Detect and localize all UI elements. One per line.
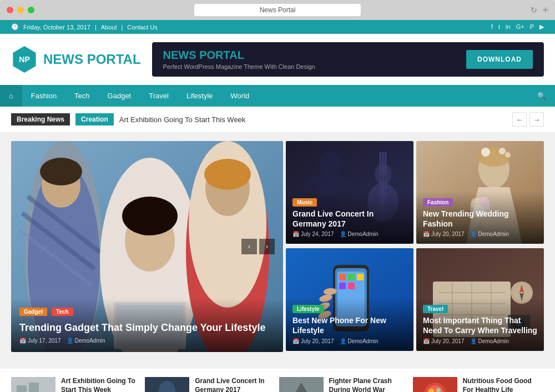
list-item-title: Art Exhibition Going To Start This Week [61, 377, 142, 392]
svg-rect-44 [348, 274, 355, 280]
fashion-card-meta: 📅 July 20, 2017 👤 DemoAdmin [423, 231, 537, 237]
lifestyle-card-tag: Lifestyle [292, 305, 324, 313]
breaking-prev-button[interactable]: ← [512, 112, 527, 127]
travel-card-author: 👤 DemoAdmin [470, 338, 509, 344]
fashion-card-author: 👤 DemoAdmin [470, 231, 509, 237]
pinterest-icon[interactable]: P [530, 23, 534, 31]
top-bar: 🕐 Friday, October 13, 2017 | About | Con… [0, 20, 555, 34]
svg-point-25 [319, 151, 341, 175]
main-nav: ⌂ Fashion Tech Gadget Travel Lifestyle W… [0, 85, 555, 107]
list-info: Art Exhibition Going To Start This Week … [61, 377, 142, 392]
about-link[interactable]: About [101, 24, 117, 31]
travel-card-title: Most Important Thing That Need To Carry … [423, 315, 537, 335]
list-thumb-art [11, 377, 56, 392]
breaking-news-tag: Creation [75, 113, 114, 125]
facebook-icon[interactable]: f [491, 23, 493, 31]
date-text: Friday, October 13, 2017 [23, 24, 90, 31]
main-card-tag-gadget: Gadget [19, 308, 47, 316]
list-info: Grand Live Concert In Germany 2017 📅 Jul… [195, 377, 276, 392]
clock-icon: 🕐 [11, 23, 19, 31]
lifestyle-card-overlay: Lifestyle Best New Phone For New Lifesty… [286, 298, 413, 350]
svg-rect-69 [17, 385, 27, 392]
music-card-author: 👤 DemoAdmin [340, 231, 379, 237]
main-content: Gadget Tech Trending Gadget That Simply … [0, 133, 555, 369]
logo-hex: NP [11, 46, 38, 73]
fashion-card[interactable]: Fashion New Trending Wedding Fashion 📅 J… [416, 141, 544, 244]
svg-point-33 [499, 148, 506, 154]
fashion-card-overlay: Fashion New Trending Wedding Fashion 📅 J… [416, 191, 544, 244]
featured-main-card[interactable]: Gadget Tech Trending Gadget That Simply … [11, 141, 283, 352]
svg-point-7 [40, 158, 82, 185]
list-thumb-concert [145, 377, 189, 392]
lifestyle-card-author: 👤 DemoAdmin [340, 338, 379, 344]
travel-card-date: 📅 July 20, 2017 [423, 338, 465, 344]
travel-card-tag: Travel [423, 305, 448, 313]
contact-link[interactable]: Contact Us [127, 24, 157, 31]
svg-point-34 [505, 152, 511, 158]
music-card-tag: Music [292, 198, 317, 207]
nav-item-fashion[interactable]: Fashion [22, 85, 65, 107]
youtube-icon[interactable]: ▶ [539, 23, 544, 31]
main-card-tag-tech: Tech [52, 308, 73, 316]
svg-rect-70 [29, 383, 39, 392]
search-button[interactable]: 🔍 [528, 85, 555, 107]
svg-rect-45 [357, 274, 364, 280]
address-bar[interactable]: News Portal [194, 4, 361, 16]
logo-text: NEWS PORTAL [43, 52, 141, 67]
linkedin-icon[interactable]: in [506, 23, 511, 31]
nav-item-tech[interactable]: Tech [65, 85, 98, 107]
breaking-news-text: Art Exhibition Going To Start This Week [119, 115, 507, 124]
slider-prev-button[interactable]: ‹ [241, 239, 257, 254]
main-card-title: Trending Gadget That Simply Change Your … [19, 321, 275, 334]
svg-point-16 [204, 159, 251, 190]
lifestyle-card[interactable]: Lifestyle Best New Phone For New Lifesty… [286, 248, 413, 351]
list-item-title: Fighter Plane Crash During World War [329, 377, 410, 392]
lifestyle-card-date: 📅 July 20, 2017 [292, 338, 334, 344]
new-tab-button[interactable]: + [542, 4, 548, 16]
refresh-icon[interactable]: ↻ [531, 6, 537, 14]
list-info: Nutritious Food Good For Healthy Life 📅 … [463, 377, 544, 392]
music-card-overlay: Music Grand Live Concert In Germany 2017… [286, 191, 413, 244]
svg-rect-43 [339, 274, 346, 280]
fashion-card-title: New Trending Wedding Fashion [423, 209, 537, 229]
music-card[interactable]: Music Grand Live Concert In Germany 2017… [286, 141, 413, 244]
breaking-news-bar: Breaking News Creation Art Exhibition Go… [0, 107, 555, 133]
header: NP NEWS PORTAL NEWS PORTAL Perfect WordP… [0, 34, 555, 85]
nav-item-world[interactable]: World [222, 85, 259, 107]
fullscreen-dot[interactable] [28, 7, 34, 13]
download-button[interactable]: DOWNLOAD [466, 50, 533, 69]
nav-home[interactable]: ⌂ [0, 85, 22, 107]
list-item[interactable]: Art Exhibition Going To Start This Week … [11, 374, 142, 392]
main-card-date: 📅 July 17, 2017 [19, 338, 61, 344]
list-thumb-fighter [279, 377, 324, 392]
nav-item-travel[interactable]: Travel [140, 85, 178, 107]
fashion-card-tag: Fashion [423, 198, 453, 207]
list-item[interactable]: Fighter Plane Crash During World War 📅 J… [279, 374, 410, 392]
twitter-icon[interactable]: t [498, 23, 500, 31]
logo[interactable]: NP NEWS PORTAL [11, 46, 141, 73]
breaking-next-button[interactable]: → [529, 112, 544, 127]
googleplus-icon[interactable]: G+ [516, 23, 524, 31]
bottom-list: Art Exhibition Going To Start This Week … [0, 369, 555, 392]
banner-title: NEWS PORTAL [163, 49, 315, 62]
list-item[interactable]: Grand Live Concert In Germany 2017 📅 Jul… [145, 374, 276, 392]
banner-subtitle: Perfect WordPress Magazine Theme With Cl… [163, 63, 315, 70]
featured-grid: Gadget Tech Trending Gadget That Simply … [11, 141, 544, 352]
lifestyle-card-title: Best New Phone For New Lifestyle [292, 315, 407, 335]
nav-item-lifestyle[interactable]: Lifestyle [178, 85, 222, 107]
slider-next-button[interactable]: › [259, 239, 275, 254]
list-thumb-food [413, 377, 457, 392]
browser-dots [7, 7, 34, 13]
header-banner: NEWS PORTAL Perfect WordPress Magazine T… [152, 42, 544, 77]
nav-item-gadget[interactable]: Gadget [99, 85, 140, 107]
travel-card-overlay: Travel Most Important Thing That Need To… [416, 298, 544, 350]
list-item[interactable]: Nutritious Food Good For Healthy Life 📅 … [413, 374, 544, 392]
close-dot[interactable] [7, 7, 13, 13]
banner-text: NEWS PORTAL Perfect WordPress Magazine T… [163, 49, 315, 70]
list-item-title: Nutritious Food Good For Healthy Life [463, 377, 544, 392]
fashion-card-date: 📅 July 20, 2017 [423, 231, 465, 237]
svg-rect-47 [348, 283, 355, 289]
travel-card[interactable]: Travel Most Important Thing That Need To… [416, 248, 544, 351]
minimize-dot[interactable] [17, 7, 24, 13]
main-card-meta: 📅 July 17, 2017 👤 DemoAdmin [19, 338, 275, 344]
